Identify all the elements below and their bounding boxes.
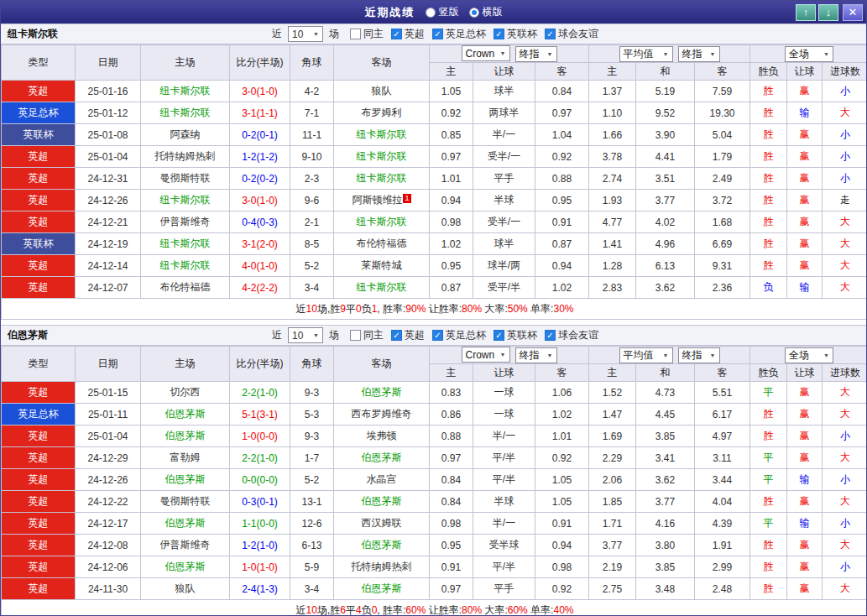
result-handicap: 赢: [787, 255, 823, 277]
scroll-down-button[interactable]: ↓: [818, 4, 838, 21]
column-subheader: 和: [636, 63, 695, 81]
odds-value: 受半/一: [473, 211, 535, 233]
average-odds-value: 4.45: [636, 404, 695, 425]
away-team: 托特纳姆热刺: [334, 556, 430, 578]
home-team: 纽卡斯尔联: [141, 255, 230, 277]
home-team-name: 阿森纳: [170, 128, 201, 140]
filter-checkbox[interactable]: 同主: [350, 328, 384, 342]
checkmark-icon: ✓: [495, 30, 502, 39]
odds-value: 0.94: [535, 255, 589, 277]
result-goals: 大: [823, 255, 867, 277]
average-odds-value: 3.78: [589, 146, 636, 168]
checkbox-label: 英足总杯: [446, 27, 486, 41]
odds-stage-select[interactable]: 终指▼: [515, 46, 557, 62]
match-row: 英超24-12-29富勒姆2-2(1-0)1-7伯恩茅斯0.97平/半0.922…: [2, 447, 867, 469]
odds-value: 半球: [473, 190, 535, 211]
checkbox-checked-icon: ✓: [545, 29, 556, 39]
odds-value: 球半/两: [473, 255, 535, 277]
bookmaker-select[interactable]: Crown▼: [462, 45, 510, 61]
view-option-vertical[interactable]: 竖版: [426, 5, 459, 19]
away-team-name: 西汉姆联: [362, 517, 402, 529]
average-odds-value: 1.41: [589, 233, 636, 255]
dropdown-arrow-icon: ▼: [547, 352, 553, 358]
average-select[interactable]: 平均值▼: [619, 347, 673, 363]
away-team: 布伦特福德: [334, 233, 430, 255]
average-odds-value: 1.79: [695, 146, 750, 168]
match-row: 英超24-12-26伯恩茅斯0-0(0-0)5-2水晶宫0.84平/半1.052…: [2, 469, 867, 491]
home-team-name: 伯恩茅斯: [165, 473, 206, 485]
away-team: 西布罗姆维奇: [334, 404, 430, 425]
checkmark-icon: ✓: [495, 331, 502, 340]
filter-checkbox[interactable]: ✓球会友谊: [545, 27, 598, 41]
away-team-name: 纽卡斯尔联: [357, 150, 407, 162]
away-team-name: 纽卡斯尔联: [357, 128, 407, 140]
result-goals: 大: [823, 404, 867, 425]
odds-value: 0.92: [430, 102, 473, 124]
odds-value: 两球半: [473, 102, 535, 124]
filter-checkbox[interactable]: ✓英足总杯: [432, 328, 486, 342]
section-header-bar: 伯恩茅斯近10▼场同主✓英超✓英足总杯✓英联杯✓球会友谊: [1, 325, 866, 346]
league-badge: 英超: [2, 81, 76, 102]
summary-segment: 负: [362, 604, 372, 616]
recent-count-select[interactable]: 10▼: [288, 327, 323, 343]
result-outcome: 胜: [750, 211, 787, 233]
odds-value: 0.95: [535, 190, 589, 211]
scroll-up-button[interactable]: ↑: [796, 4, 816, 21]
home-team-name: 纽卡斯尔联: [160, 259, 211, 271]
league-badge: 英超: [2, 425, 76, 447]
result-goals: 大: [823, 491, 867, 513]
close-button[interactable]: ✕: [843, 4, 863, 21]
avg-stage-select[interactable]: 终指▼: [678, 347, 720, 363]
avg-stage-select[interactable]: 终指▼: [678, 46, 720, 62]
recent-count-select[interactable]: 10▼: [288, 26, 323, 42]
result-outcome: 平: [750, 469, 787, 491]
average-odds-value: 3.80: [636, 535, 695, 556]
summary-segment: 近: [296, 604, 306, 616]
result-handicap: 赢: [787, 578, 823, 600]
filter-checkbox[interactable]: ✓球会友谊: [545, 328, 598, 342]
team-section: 纽卡斯尔联近10▼场同主✓英超✓英足总杯✓英联杯✓球会友谊类型日期主场比分(半场…: [1, 23, 866, 320]
home-team: 伯恩茅斯: [141, 556, 230, 578]
filter-checkbox[interactable]: ✓英超: [391, 27, 425, 41]
away-team: 纽卡斯尔联: [334, 168, 430, 190]
near-label: 近: [272, 27, 282, 41]
odds-value: 0.92: [535, 578, 589, 600]
filter-checkbox[interactable]: ✓英足总杯: [432, 27, 486, 41]
checkmark-icon: ✓: [546, 30, 553, 39]
average-odds-value: 5.19: [636, 81, 695, 102]
titlebar-buttons: ↑ ↓ ✕: [796, 4, 863, 21]
filter-checkbox[interactable]: ✓英超: [391, 328, 425, 342]
away-team: 狼队: [334, 81, 430, 102]
checkbox-label: 同主: [363, 27, 384, 41]
match-date: 25-01-15: [76, 382, 141, 404]
dropdown-arrow-icon: ▼: [313, 332, 319, 338]
league-badge: 英超: [2, 469, 76, 491]
avg-stage-select-value: 终指: [682, 47, 702, 61]
result-outcome: 平: [750, 447, 787, 469]
scope-select[interactable]: 全场▼: [785, 347, 833, 363]
summary-segment: 负: [362, 303, 372, 315]
view-option-horizontal[interactable]: 横版: [469, 5, 503, 19]
average-select[interactable]: 平均值▼: [619, 46, 673, 62]
games-label: 场: [329, 27, 339, 41]
away-team-name: 水晶宫: [367, 473, 397, 485]
bookmaker-select[interactable]: Crown▼: [462, 347, 510, 363]
filter-checkbox[interactable]: ✓英联杯: [494, 27, 537, 41]
average-odds-value: 2.83: [589, 277, 636, 299]
filter-checkbox[interactable]: 同主: [350, 27, 384, 41]
filter-checkbox[interactable]: ✓英联杯: [494, 328, 537, 342]
recent-results-window: 近期战绩 竖版 横版 ↑ ↓ ✕ 纽卡斯尔联近10▼场同主✓英超✓英足总杯✓英联…: [0, 0, 867, 616]
odds-value: 1.05: [430, 81, 473, 102]
summary-segment: 6: [340, 604, 346, 616]
result-handicap: 输: [787, 469, 823, 491]
score: 2-2(1-0): [230, 382, 290, 404]
column-subheader: 客: [535, 63, 589, 81]
scope-select[interactable]: 全场▼: [785, 46, 833, 62]
league-badge: 英联杯: [2, 233, 76, 255]
odds-stage-select[interactable]: 终指▼: [515, 347, 557, 363]
league-badge: 英超: [2, 168, 76, 190]
odds-value: 0.97: [430, 146, 473, 168]
result-outcome: 胜: [750, 233, 787, 255]
average-odds-value: 4.77: [589, 211, 636, 233]
average-odds-value: 2.19: [589, 556, 636, 578]
